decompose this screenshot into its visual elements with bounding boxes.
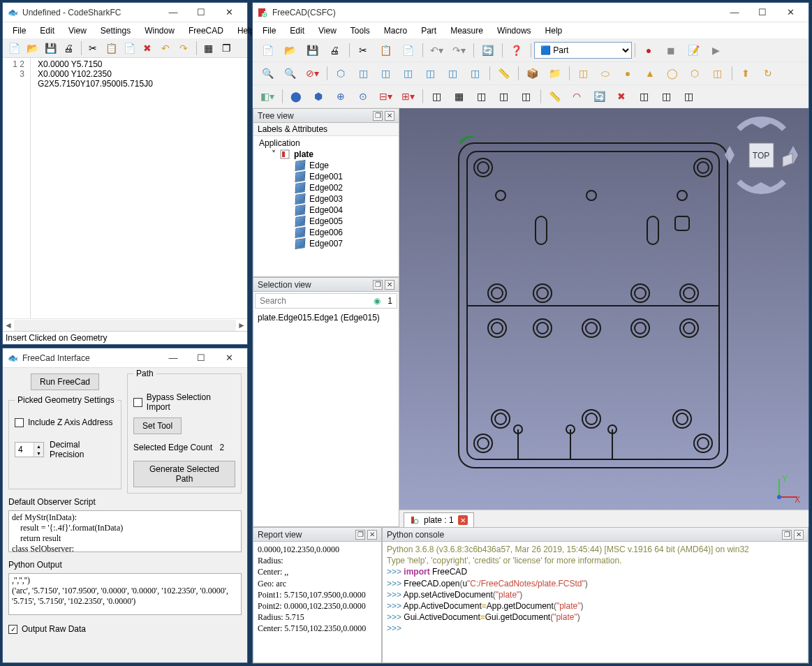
primitives-icon[interactable]: ⬡ (684, 64, 705, 83)
paste-icon[interactable]: 📄 (121, 40, 138, 56)
generate-path-button[interactable]: Generate Selected Path (133, 461, 235, 487)
menu-settings[interactable]: Settings (94, 24, 138, 38)
tree-item[interactable]: Edge006 (253, 227, 399, 238)
undo-icon[interactable]: ↶ (157, 40, 174, 56)
maximize-button[interactable]: ☐ (748, 3, 776, 22)
minimize-button[interactable]: — (159, 3, 187, 22)
menu-edit[interactable]: Edit (33, 24, 61, 38)
selection-search[interactable]: ◉ 1 (255, 293, 397, 309)
macro-edit-icon[interactable]: 📝 (683, 40, 704, 60)
tree-header[interactable]: Labels & Attributes (253, 123, 399, 136)
spinner-down[interactable]: ▼ (34, 450, 43, 457)
fillet-icon[interactable]: ⬤ (286, 87, 307, 106)
left-view-icon[interactable]: ◫ (464, 64, 485, 83)
thickness-icon[interactable]: ◫ (515, 87, 536, 106)
output-raw-data-checkbox[interactable]: ✓Output Raw Data (8, 624, 242, 634)
close-panel-icon[interactable]: ✕ (367, 530, 377, 540)
toggle-3d-icon[interactable]: ◫ (656, 87, 677, 106)
maximize-button[interactable]: ☐ (187, 3, 215, 22)
tree-view[interactable]: Application ˅ plate EdgeEdge001Edge002Ed… (253, 136, 399, 276)
macro-stop-icon[interactable]: ◼ (660, 40, 681, 60)
right-view-icon[interactable]: ◫ (397, 64, 418, 83)
measure-icon[interactable]: 📏 (493, 64, 514, 83)
open-document-icon[interactable]: 📂 (279, 40, 300, 60)
part-group-icon[interactable]: 📦 (522, 64, 542, 83)
boolean-icon[interactable]: ⊕ (330, 87, 351, 106)
menu-freecad[interactable]: FreeCAD (182, 24, 230, 38)
picker-icon[interactable]: ◉ (371, 296, 383, 306)
3d-viewport[interactable]: TOP Y X (399, 108, 809, 510)
cut-icon[interactable]: ✂ (84, 40, 101, 56)
tree-item[interactable]: Edge005 (253, 216, 399, 227)
whats-this-icon[interactable]: ❓ (505, 40, 526, 60)
offset2d-icon[interactable]: ◫ (493, 87, 514, 106)
close-button[interactable]: ✕ (215, 349, 243, 367)
draw-style-icon[interactable]: ⊘▾ (302, 64, 323, 83)
close-tab-icon[interactable]: ✕ (458, 515, 468, 525)
cut-icon[interactable]: ✂ (353, 40, 374, 60)
code-editor[interactable]: 1 2 3 X0.0000 Y5.7150 X0.0000 Y102.2350 … (3, 58, 247, 318)
menu-part[interactable]: Part (414, 24, 443, 38)
code-lines[interactable]: X0.0000 Y5.7150 X0.0000 Y102.2350 G2X5.7… (31, 58, 247, 318)
top-view-icon[interactable]: ◫ (375, 64, 396, 83)
tree-item[interactable]: Edge001 (253, 171, 399, 182)
menu-measure[interactable]: Measure (443, 24, 490, 38)
maximize-button[interactable]: ☐ (187, 349, 215, 367)
tile-icon[interactable]: ▦ (200, 40, 216, 56)
tree-item[interactable]: Edge003 (253, 193, 399, 205)
sphere-primitive-icon[interactable]: ● (617, 64, 638, 83)
menu-file[interactable]: File (256, 24, 283, 38)
set-tool-button[interactable]: Set Tool (133, 417, 182, 434)
measure-angular-icon[interactable]: ◠ (566, 87, 587, 106)
refresh-icon[interactable]: 🔄 (477, 40, 498, 60)
zoom-fit-icon[interactable]: 🔍 (257, 64, 278, 83)
minimize-button[interactable]: — (159, 349, 187, 367)
tree-item[interactable]: Edge004 (253, 205, 399, 216)
new-document-icon[interactable]: 📄 (257, 40, 278, 60)
zoom-selection-icon[interactable]: 🔍 (279, 64, 300, 83)
menu-tools[interactable]: Tools (344, 24, 377, 38)
macro-run-icon[interactable]: ▶ (705, 40, 726, 60)
undock-icon[interactable]: ❐ (782, 530, 792, 540)
close-button[interactable]: ✕ (215, 3, 243, 22)
tree-item[interactable]: Edge002 (253, 182, 399, 193)
open-folder-icon[interactable]: 📂 (24, 40, 40, 56)
measure-linear-icon[interactable]: 📏 (544, 87, 565, 106)
codeshark-titlebar[interactable]: 🐟 Undefined - CodeSharkFC — ☐ ✕ (3, 3, 247, 22)
close-button[interactable]: ✕ (776, 3, 804, 22)
observer-script-textarea[interactable] (8, 510, 242, 552)
extrude-icon[interactable]: ⬆ (735, 64, 756, 83)
python-console-content[interactable]: Python 3.6.8 (v3.6.8:3c6b436a57, Mar 26 … (383, 542, 808, 663)
save-icon[interactable]: 💾 (42, 40, 59, 56)
include-z-checkbox[interactable]: Include Z Axis Address (15, 417, 115, 427)
undock-icon[interactable]: ❐ (355, 530, 365, 540)
menu-view[interactable]: View (61, 24, 94, 38)
compound-icon[interactable]: ⊞▾ (397, 87, 418, 106)
menu-macro[interactable]: Macro (377, 24, 414, 38)
redo-icon[interactable]: ↷ (175, 40, 192, 56)
paste-icon[interactable]: 📄 (397, 40, 418, 60)
copy-icon[interactable]: 📋 (375, 40, 396, 60)
new-file-icon[interactable]: 📄 (6, 40, 22, 56)
folder-icon[interactable]: 📁 (544, 64, 565, 83)
union-icon[interactable]: ⊙ (353, 87, 374, 106)
freecad-titlebar[interactable]: FreeCAD(CSFC) — ☐ ✕ (253, 3, 809, 22)
run-freecad-button[interactable]: Run FreeCad (31, 373, 99, 390)
shape-builder-icon[interactable]: ◫ (707, 64, 728, 83)
save-document-icon[interactable]: 💾 (302, 40, 323, 60)
toggle-all-icon[interactable]: ◫ (633, 87, 654, 106)
menu-view[interactable]: View (311, 24, 344, 38)
fcif-titlebar[interactable]: 🐟 FreeCad Interface — ☐ ✕ (3, 348, 247, 368)
menu-help[interactable]: Help (538, 24, 570, 38)
revolve-icon[interactable]: ↻ (758, 64, 778, 83)
close-panel-icon[interactable]: ✕ (385, 280, 394, 290)
navigation-cube[interactable]: TOP (721, 115, 802, 195)
cut-boolean-icon[interactable]: ⊟▾ (375, 87, 396, 106)
mirror-icon[interactable]: ◧▾ (257, 87, 278, 106)
tree-root-item[interactable]: Application (253, 138, 399, 149)
decimal-precision-input[interactable] (15, 443, 34, 457)
redo-icon[interactable]: ↷▾ (448, 40, 469, 60)
horizontal-scrollbar[interactable]: ◄► (3, 318, 247, 331)
tree-document-item[interactable]: ˅ plate (253, 149, 399, 160)
cross-sections-icon[interactable]: ▦ (448, 87, 469, 106)
